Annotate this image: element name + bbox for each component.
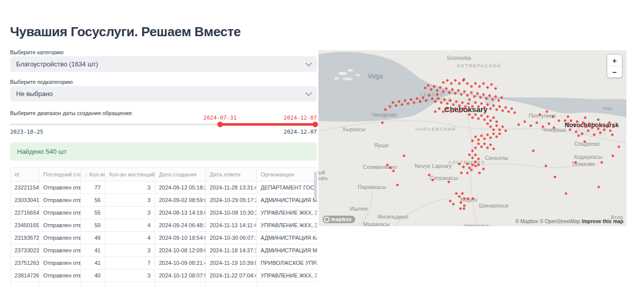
complaint-dot[interactable] [482,93,485,96]
complaint-dot[interactable] [446,108,449,110]
complaint-dot[interactable] [482,168,485,170]
complaint-dot[interactable] [593,134,596,136]
complaint-dot[interactable] [498,100,500,102]
complaint-dot[interactable] [491,83,493,86]
table-row[interactable]: 232211544Отправлен ответ7732024-09-12 05… [11,181,317,194]
complaint-dot[interactable] [462,166,465,168]
complaint-dot[interactable] [457,89,460,92]
complaint-dot[interactable] [428,94,431,97]
complaint-dot[interactable] [470,91,473,94]
complaint-dot[interactable] [450,111,453,113]
complaint-dot[interactable] [463,90,466,93]
complaint-dot[interactable] [564,120,567,122]
complaint-dot[interactable] [474,82,477,85]
complaint-dot[interactable] [425,100,428,102]
complaint-dot[interactable] [458,105,461,107]
subcategory-select[interactable]: Не выбрано [10,86,317,102]
complaint-dot[interactable] [432,179,434,181]
complaint-dot[interactable] [470,85,473,88]
complaint-dot[interactable] [413,102,416,104]
complaint-dot[interactable] [458,111,461,113]
complaint-dot[interactable] [496,136,498,138]
complaint-dot[interactable] [384,109,387,111]
complaint-dot[interactable] [460,93,463,96]
complaint-dot[interactable] [606,126,609,128]
complaint-dot[interactable] [452,203,455,206]
complaint-dot[interactable] [546,111,548,113]
complaint-dot[interactable] [428,174,431,176]
complaint-dot[interactable] [484,119,486,121]
column-header[interactable]: Последний статус [39,168,81,181]
complaint-dot[interactable] [493,129,495,131]
complaint-dot[interactable] [594,124,597,126]
complaint-dot[interactable] [436,89,439,92]
complaint-dot[interactable] [455,101,458,103]
complaint-dot[interactable] [433,85,436,88]
complaint-dot[interactable] [618,146,620,148]
column-header[interactable]: Организация [257,168,317,181]
complaint-dot[interactable] [474,161,477,163]
complaint-dot[interactable] [407,103,410,105]
complaint-dot[interactable] [480,135,483,137]
complaint-dot[interactable] [514,112,516,114]
complaint-dot[interactable] [448,91,451,94]
complaint-dot[interactable] [505,107,507,109]
complaint-dot[interactable] [608,122,611,124]
complaint-dot[interactable] [588,123,591,125]
complaint-dot[interactable] [603,129,606,131]
table-row[interactable]: 234501656Отправлен ответ5042024-09-24 06… [11,219,317,232]
table-row[interactable]: 238147268Отправлен ответ4032024-10-12 08… [11,269,317,282]
complaint-dot[interactable] [434,101,437,103]
complaint-dot[interactable] [545,165,547,167]
complaint-dot[interactable] [480,115,483,117]
complaint-dot[interactable] [466,163,469,165]
complaint-dot[interactable] [468,154,471,156]
complaint-dot[interactable] [554,176,556,178]
complaint-dot[interactable] [518,124,520,126]
complaint-dot[interactable] [466,172,469,174]
complaint-dot[interactable] [452,104,455,106]
complaint-dot[interactable] [490,137,492,139]
complaint-dot[interactable] [576,121,579,123]
complaint-dot[interactable] [476,92,479,95]
complaint-dot[interactable] [490,144,492,146]
complaint-dot[interactable] [389,167,392,169]
complaint-dot[interactable] [449,200,452,203]
complaint-dot[interactable] [493,117,495,119]
complaint-dot[interactable] [536,122,538,124]
complaint-dot[interactable] [597,119,600,121]
complaint-dot[interactable] [467,103,470,105]
table-row[interactable]: 240924967Отправлен ответ3752024-10-25 11… [11,282,317,286]
complaint-dot[interactable] [553,127,555,129]
complaint-dot[interactable] [438,108,441,110]
complaint-dot[interactable] [584,141,586,143]
complaint-dot[interactable] [473,96,476,98]
complaint-dot[interactable] [480,146,483,148]
complaint-dot[interactable] [458,82,461,85]
zoom-out-button[interactable]: − [607,66,622,77]
category-select[interactable]: Благоустройство (1634 шт) [10,56,317,72]
complaint-dot[interactable] [463,208,465,210]
complaint-dot[interactable] [460,172,463,174]
complaint-dot[interactable] [599,132,602,134]
complaint-dot[interactable] [430,88,433,91]
map[interactable]: + − mapbox © Mapbox © OpenStreetMap Impr… [318,50,626,226]
complaint-dot[interactable] [552,116,554,118]
complaint-dot[interactable] [454,92,457,95]
complaint-dot[interactable] [436,93,439,96]
mapbox-attribution-link[interactable]: © Mapbox [515,219,538,224]
complaint-dot[interactable] [477,158,480,160]
complaint-dot[interactable] [501,97,503,99]
complaint-dot[interactable] [609,130,612,132]
complaint-dot[interactable] [463,198,466,200]
complaint-dot[interactable] [468,114,471,116]
complaint-dot[interactable] [434,111,437,113]
complaint-dot[interactable] [569,129,572,131]
complaint-dot[interactable] [468,99,471,101]
complaint-dot[interactable] [471,117,474,119]
complaint-dot[interactable] [466,94,469,97]
complaint-dot[interactable] [479,97,482,99]
complaint-dot[interactable] [612,126,615,128]
complaint-dot[interactable] [443,99,446,101]
complaint-dot[interactable] [487,134,489,136]
